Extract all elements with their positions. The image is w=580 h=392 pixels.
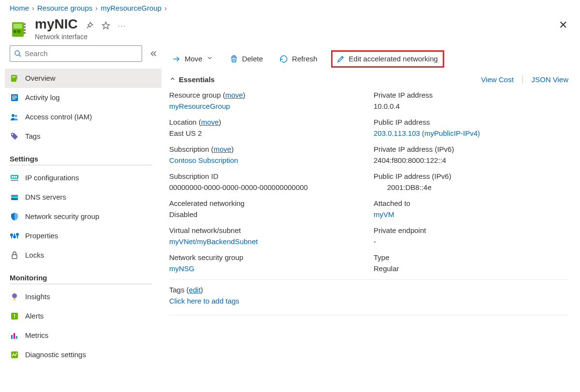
sidebar-collapse-button[interactable]	[148, 49, 160, 58]
sidebar-item-dns-servers[interactable]: DNS servers	[5, 188, 161, 207]
sidebar-item-properties[interactable]: Properties	[5, 226, 161, 246]
shield-icon	[10, 212, 19, 221]
sidebar-search-input[interactable]	[25, 49, 138, 58]
sidebar-item-access-control[interactable]: Access control (IAM)	[5, 107, 161, 127]
kv-key: Network security group	[169, 253, 364, 261]
delete-button[interactable]: Delete	[227, 53, 266, 65]
page-title: myNIC	[35, 17, 78, 32]
kv-value[interactable]: myResourceGroup	[169, 102, 364, 110]
tags-row: Tags (edit) Click here to add tags	[169, 279, 568, 305]
breadcrumb-myresourcegroup[interactable]: myResourceGroup	[101, 4, 161, 12]
tag-icon	[10, 131, 19, 141]
sidebar-item-insights[interactable]: Insights	[5, 287, 161, 306]
add-tags-link[interactable]: Click here to add tags	[169, 297, 568, 305]
svg-marker-8	[102, 22, 109, 29]
kv-key: Location	[169, 118, 197, 126]
kv-key: Accelerated networking	[169, 199, 364, 207]
svg-rect-26	[15, 176, 17, 178]
kv-value[interactable]: myVM	[374, 210, 568, 218]
edit-tags-link[interactable]: edit	[189, 286, 201, 294]
svg-rect-24	[12, 176, 13, 178]
move-link[interactable]: move	[201, 118, 219, 126]
move-button[interactable]: Move	[169, 53, 216, 65]
sidebar-item-locks[interactable]: Locks	[5, 246, 161, 265]
svg-rect-3	[17, 30, 20, 33]
svg-point-21	[15, 115, 17, 117]
kv-private-ip: Private IP address 10.0.0.4	[374, 91, 568, 110]
view-cost-link[interactable]: View Cost	[481, 75, 513, 84]
sidebar-item-metrics[interactable]: Metrics	[5, 326, 161, 345]
sidebar-search[interactable]	[10, 45, 142, 62]
sidebar-item-label: Overview	[25, 74, 56, 82]
button-label: Delete	[242, 55, 263, 63]
sidebar-item-label: Access control (IAM)	[25, 113, 92, 121]
svg-rect-41	[11, 335, 13, 339]
sidebar-item-label: Diagnostic settings	[25, 350, 86, 359]
svg-point-9	[15, 51, 19, 55]
kv-value: East US 2	[169, 129, 364, 137]
more-icon[interactable]: ···	[117, 21, 127, 30]
divider	[169, 315, 568, 315]
kv-value[interactable]: myNSG	[169, 264, 364, 273]
svg-rect-7	[24, 32, 26, 34]
sidebar-item-nsg[interactable]: Network security group	[5, 207, 161, 226]
kv-value: Disabled	[169, 210, 364, 218]
move-link[interactable]: move	[225, 91, 243, 99]
sidebar-item-label: Alerts	[25, 312, 44, 320]
kv-vnet-subnet: Virtual network/subnet myVNet/myBackendS…	[169, 226, 364, 246]
chevron-double-left-icon	[149, 49, 158, 58]
svg-rect-18	[12, 97, 17, 98]
svg-point-22	[12, 133, 14, 135]
kv-key: Public IP address (IPv6)	[374, 172, 568, 180]
pin-icon[interactable]	[85, 21, 94, 30]
breadcrumb-home[interactable]: Home	[10, 4, 29, 12]
svg-rect-38	[14, 298, 15, 300]
sidebar-section-monitoring: Monitoring	[10, 274, 160, 282]
json-view-link[interactable]: JSON View	[532, 75, 568, 84]
nic-icon	[10, 73, 19, 83]
edit-accelerated-networking-button[interactable]: Edit accelerated networking	[331, 50, 444, 68]
kv-private-ip-v6: Private IP address (IPv6) 2404:f800:8000…	[374, 145, 568, 164]
svg-point-33	[11, 234, 13, 236]
star-icon[interactable]	[101, 21, 111, 30]
chevron-down-icon	[206, 55, 213, 63]
kv-location: Location (move) East US 2	[169, 118, 364, 137]
move-link[interactable]: move	[214, 145, 232, 153]
kv-public-ip: Public IP address 203.0.113.103 (myPubli…	[374, 118, 568, 137]
sidebar-item-tags[interactable]: Tags	[5, 127, 161, 146]
svg-rect-12	[12, 76, 15, 78]
essentials-toggle[interactable]: Essentials	[169, 75, 215, 84]
svg-line-10	[19, 55, 21, 57]
lock-icon	[10, 250, 19, 260]
svg-rect-2	[14, 30, 16, 33]
arrow-right-icon	[172, 55, 181, 63]
sidebar-item-overview[interactable]: Overview	[5, 69, 161, 88]
sidebar-item-label: Network security group	[25, 212, 99, 220]
refresh-button[interactable]: Refresh	[276, 53, 320, 65]
svg-rect-6	[24, 29, 26, 31]
kv-value[interactable]: Contoso Subscription	[169, 156, 364, 164]
log-icon	[10, 93, 19, 102]
svg-rect-28	[11, 195, 18, 197]
breadcrumb-resource-groups[interactable]: Resource groups	[37, 4, 92, 12]
breadcrumb: Home › Resource groups › myResourceGroup…	[0, 0, 580, 14]
sidebar-item-activity-log[interactable]: Activity log	[5, 88, 161, 107]
main-content: Move Delete Refresh Edit accelerated net…	[164, 44, 580, 364]
sidebar-item-ip-configurations[interactable]: IP configurations	[5, 168, 161, 188]
button-label: Edit accelerated networking	[349, 55, 438, 63]
trash-icon	[230, 55, 238, 63]
sidebar-item-alerts[interactable]: ! Alerts	[5, 306, 161, 326]
svg-rect-13	[16, 75, 17, 76]
svg-point-35	[16, 233, 18, 235]
kv-subscription: Subscription (move) Contoso Subscription	[169, 145, 364, 164]
close-icon[interactable]: ✕	[559, 19, 567, 31]
sidebar-item-diagnostic-settings[interactable]: Diagnostic settings	[5, 345, 161, 364]
svg-point-20	[12, 114, 14, 117]
kv-value: 00000000-0000-0000-0000-000000000000	[169, 183, 364, 191]
svg-point-34	[14, 236, 15, 238]
kv-key: Subscription ID	[169, 172, 364, 180]
kv-attached-to: Attached to myVM	[374, 199, 568, 218]
kv-value[interactable]: 203.0.113.103 (myPublicIP-IPv4)	[374, 129, 568, 137]
divider	[522, 75, 523, 84]
kv-value[interactable]: myVNet/myBackendSubnet	[169, 237, 364, 246]
